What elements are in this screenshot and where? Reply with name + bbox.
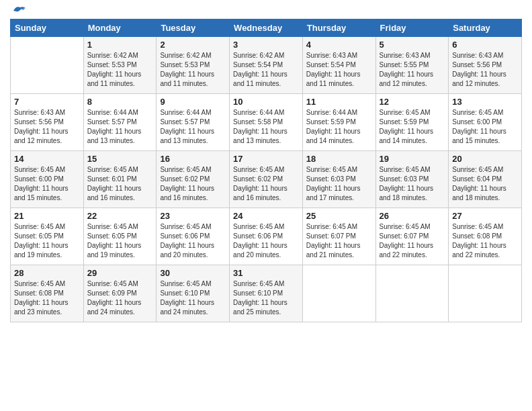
day-info: Sunrise: 6:45 AMSunset: 6:08 PMDaylight:…	[452, 222, 518, 260]
header-saturday: Saturday	[449, 19, 522, 37]
day-info: Sunrise: 6:45 AMSunset: 6:04 PMDaylight:…	[452, 165, 518, 203]
day-info: Sunrise: 6:45 AMSunset: 6:05 PMDaylight:…	[14, 222, 80, 260]
calendar-cell: 9Sunrise: 6:44 AMSunset: 5:57 PMDaylight…	[157, 94, 230, 151]
calendar-cell: 20Sunrise: 6:45 AMSunset: 6:04 PMDayligh…	[449, 151, 522, 208]
day-number: 19	[380, 154, 445, 164]
day-info: Sunrise: 6:45 AMSunset: 6:03 PMDaylight:…	[380, 165, 445, 203]
calendar-cell: 28Sunrise: 6:45 AMSunset: 6:08 PMDayligh…	[11, 265, 84, 322]
day-number: 11	[306, 97, 372, 107]
day-number: 10	[233, 97, 299, 107]
day-number: 4	[306, 40, 372, 50]
day-number: 3	[233, 40, 299, 50]
calendar-cell: 4Sunrise: 6:43 AMSunset: 5:54 PMDaylight…	[302, 37, 375, 94]
day-number: 2	[160, 40, 226, 50]
calendar-cell: 24Sunrise: 6:45 AMSunset: 6:06 PMDayligh…	[230, 208, 303, 265]
calendar-cell: 12Sunrise: 6:45 AMSunset: 5:59 PMDayligh…	[375, 94, 449, 151]
day-number: 5	[380, 40, 445, 50]
day-info: Sunrise: 6:44 AMSunset: 5:59 PMDaylight:…	[306, 108, 372, 146]
day-number: 13	[452, 97, 518, 107]
day-info: Sunrise: 6:45 AMSunset: 6:07 PMDaylight:…	[306, 222, 372, 260]
header-thursday: Thursday	[302, 19, 375, 37]
day-number: 15	[87, 154, 153, 164]
calendar-cell	[375, 265, 449, 322]
calendar-cell: 26Sunrise: 6:45 AMSunset: 6:07 PMDayligh…	[375, 208, 449, 265]
day-number: 29	[87, 268, 153, 278]
calendar-cell: 22Sunrise: 6:45 AMSunset: 6:05 PMDayligh…	[83, 208, 157, 265]
day-number: 25	[306, 211, 372, 221]
calendar-cell: 23Sunrise: 6:45 AMSunset: 6:06 PMDayligh…	[157, 208, 230, 265]
day-info: Sunrise: 6:45 AMSunset: 5:59 PMDaylight:…	[380, 108, 445, 146]
calendar-cell: 1Sunrise: 6:42 AMSunset: 5:53 PMDaylight…	[83, 37, 157, 94]
calendar-cell: 21Sunrise: 6:45 AMSunset: 6:05 PMDayligh…	[11, 208, 84, 265]
day-info: Sunrise: 6:42 AMSunset: 5:53 PMDaylight:…	[160, 51, 226, 89]
calendar-cell: 29Sunrise: 6:45 AMSunset: 6:09 PMDayligh…	[83, 265, 157, 322]
day-number: 31	[233, 268, 299, 278]
header-monday: Monday	[83, 19, 157, 37]
calendar-week-1: 1Sunrise: 6:42 AMSunset: 5:53 PMDaylight…	[11, 37, 522, 94]
day-info: Sunrise: 6:45 AMSunset: 6:07 PMDaylight:…	[380, 222, 445, 260]
calendar-cell: 27Sunrise: 6:45 AMSunset: 6:08 PMDayligh…	[449, 208, 522, 265]
day-number: 18	[306, 154, 372, 164]
day-number: 14	[14, 154, 80, 164]
day-info: Sunrise: 6:45 AMSunset: 6:10 PMDaylight:…	[160, 279, 226, 317]
day-number: 8	[87, 97, 153, 107]
day-number: 12	[380, 97, 445, 107]
day-info: Sunrise: 6:43 AMSunset: 5:55 PMDaylight:…	[380, 51, 445, 89]
calendar-cell	[11, 37, 84, 94]
calendar-cell: 3Sunrise: 6:42 AMSunset: 5:54 PMDaylight…	[230, 37, 303, 94]
day-number: 23	[160, 211, 226, 221]
day-number: 20	[452, 154, 518, 164]
day-info: Sunrise: 6:45 AMSunset: 6:02 PMDaylight:…	[233, 165, 299, 203]
day-info: Sunrise: 6:45 AMSunset: 6:06 PMDaylight:…	[233, 222, 299, 260]
calendar-cell: 14Sunrise: 6:45 AMSunset: 6:00 PMDayligh…	[11, 151, 84, 208]
day-info: Sunrise: 6:45 AMSunset: 6:10 PMDaylight:…	[233, 279, 299, 317]
calendar-table: SundayMondayTuesdayWednesdayThursdayFrid…	[10, 19, 522, 322]
day-info: Sunrise: 6:44 AMSunset: 5:57 PMDaylight:…	[160, 108, 226, 146]
calendar-cell: 19Sunrise: 6:45 AMSunset: 6:03 PMDayligh…	[375, 151, 449, 208]
day-info: Sunrise: 6:45 AMSunset: 6:02 PMDaylight:…	[160, 165, 226, 203]
calendar-cell: 5Sunrise: 6:43 AMSunset: 5:55 PMDaylight…	[375, 37, 449, 94]
logo	[10, 7, 27, 13]
day-info: Sunrise: 6:45 AMSunset: 6:01 PMDaylight:…	[87, 165, 153, 203]
calendar-cell: 30Sunrise: 6:45 AMSunset: 6:10 PMDayligh…	[157, 265, 230, 322]
day-info: Sunrise: 6:43 AMSunset: 5:56 PMDaylight:…	[452, 51, 518, 89]
day-info: Sunrise: 6:42 AMSunset: 5:53 PMDaylight:…	[87, 51, 153, 89]
calendar-week-3: 14Sunrise: 6:45 AMSunset: 6:00 PMDayligh…	[11, 151, 522, 208]
calendar-cell: 25Sunrise: 6:45 AMSunset: 6:07 PMDayligh…	[302, 208, 375, 265]
calendar-cell: 31Sunrise: 6:45 AMSunset: 6:10 PMDayligh…	[230, 265, 303, 322]
calendar-week-4: 21Sunrise: 6:45 AMSunset: 6:05 PMDayligh…	[11, 208, 522, 265]
calendar-cell: 16Sunrise: 6:45 AMSunset: 6:02 PMDayligh…	[157, 151, 230, 208]
day-info: Sunrise: 6:44 AMSunset: 5:57 PMDaylight:…	[87, 108, 153, 146]
day-info: Sunrise: 6:43 AMSunset: 5:54 PMDaylight:…	[306, 51, 372, 89]
header-tuesday: Tuesday	[157, 19, 230, 37]
day-number: 24	[233, 211, 299, 221]
day-number: 21	[14, 211, 80, 221]
day-info: Sunrise: 6:45 AMSunset: 6:00 PMDaylight:…	[14, 165, 80, 203]
day-info: Sunrise: 6:42 AMSunset: 5:54 PMDaylight:…	[233, 51, 299, 89]
calendar-cell	[449, 265, 522, 322]
day-number: 6	[452, 40, 518, 50]
calendar-cell: 15Sunrise: 6:45 AMSunset: 6:01 PMDayligh…	[83, 151, 157, 208]
header-wednesday: Wednesday	[230, 19, 303, 37]
day-number: 28	[14, 268, 80, 278]
header-friday: Friday	[375, 19, 449, 37]
calendar-cell: 8Sunrise: 6:44 AMSunset: 5:57 PMDaylight…	[83, 94, 157, 151]
header-sunday: Sunday	[11, 19, 84, 37]
day-info: Sunrise: 6:45 AMSunset: 6:06 PMDaylight:…	[160, 222, 226, 260]
day-number: 22	[87, 211, 153, 221]
calendar-cell: 18Sunrise: 6:45 AMSunset: 6:03 PMDayligh…	[302, 151, 375, 208]
day-info: Sunrise: 6:44 AMSunset: 5:58 PMDaylight:…	[233, 108, 299, 146]
calendar-cell: 2Sunrise: 6:42 AMSunset: 5:53 PMDaylight…	[157, 37, 230, 94]
day-number: 30	[160, 268, 226, 278]
page-header	[10, 7, 522, 13]
calendar-cell: 7Sunrise: 6:43 AMSunset: 5:56 PMDaylight…	[11, 94, 84, 151]
day-number: 26	[380, 211, 445, 221]
calendar-cell: 6Sunrise: 6:43 AMSunset: 5:56 PMDaylight…	[449, 37, 522, 94]
calendar-week-2: 7Sunrise: 6:43 AMSunset: 5:56 PMDaylight…	[11, 94, 522, 151]
day-info: Sunrise: 6:45 AMSunset: 6:09 PMDaylight:…	[87, 279, 153, 317]
day-number: 7	[14, 97, 80, 107]
day-number: 1	[87, 40, 153, 50]
day-number: 16	[160, 154, 226, 164]
day-info: Sunrise: 6:45 AMSunset: 6:08 PMDaylight:…	[14, 279, 80, 317]
calendar-cell	[302, 265, 375, 322]
